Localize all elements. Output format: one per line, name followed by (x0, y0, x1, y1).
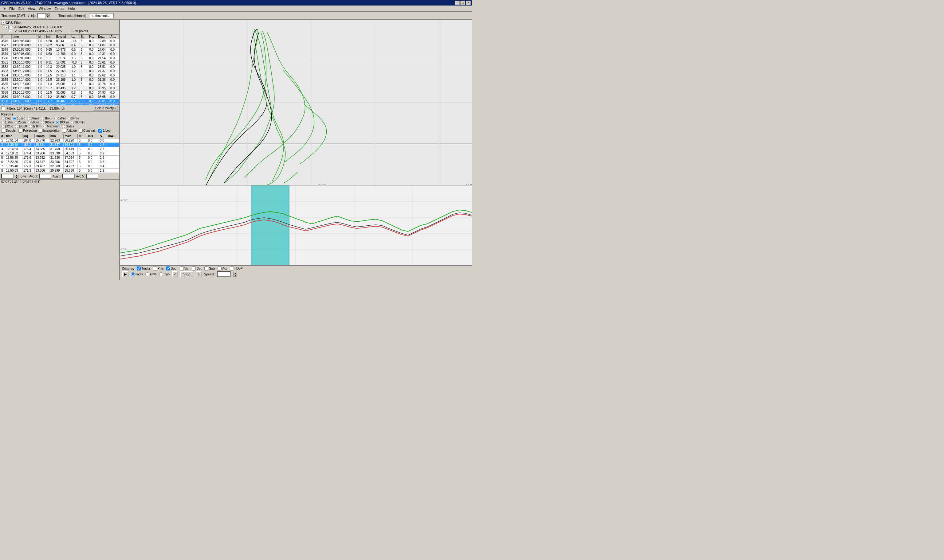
check-1leg[interactable]: 1/Leg (98, 129, 111, 132)
check-sats[interactable]: Sats (204, 266, 215, 271)
table-row[interactable]: 3578 13:30:07.000 1.0 5.65 10.978 0.6 5 … (0, 48, 119, 52)
maximize-button[interactable]: □ (460, 1, 465, 5)
check-acc[interactable]: Acc (217, 266, 227, 271)
menu-file[interactable]: File (8, 6, 17, 11)
list-item[interactable]: 8 12:50:03 171.3 33.306 29.999 35.568 5 … (0, 169, 119, 173)
menu-view[interactable]: View (26, 6, 37, 11)
status-bar: 57°25'27.36" 012°07'14.41'E (0, 179, 119, 184)
menu-help[interactable]: Help (66, 6, 77, 11)
list-item[interactable]: 6 13:22:36 172.9 33.617 33.206 34.397 5 … (0, 160, 119, 164)
filters-checkbox[interactable] (1, 106, 5, 110)
rows-down[interactable]: ▼ (15, 176, 19, 179)
radio-1000m[interactable]: 1000m (56, 121, 69, 124)
rows-up[interactable]: ▲ (15, 174, 19, 176)
check-hdop[interactable]: HDoP (230, 266, 243, 271)
data-table-body: 3576 13:30:05.000 1.0 4.60 8.943 -1.4 5 … (0, 39, 119, 105)
check-constrain[interactable]: Constrain (79, 129, 97, 132)
speed-up[interactable]: ▲ (233, 272, 237, 274)
check-interpolation[interactable]: Interpolation (39, 129, 60, 132)
close-button[interactable]: ✕ (466, 1, 471, 5)
speed-value[interactable]: 0.10s (217, 271, 231, 277)
forward-button[interactable]: > (196, 271, 201, 277)
menu-window[interactable]: Window (37, 6, 52, 11)
table-row[interactable]: 3583 13:30:12.000 1.0 11.5 22.269 1.2 5 … (0, 69, 119, 73)
radio-2sec[interactable]: 2sec (1, 117, 11, 120)
tree-file: ✓ 📄 2024-08-25, VERTIX 3.0508.0.fit (1, 25, 118, 29)
list-item[interactable]: 7 13:35:48 172.3 33.487 32.668 34.292 5 … (0, 164, 119, 169)
knots-radio[interactable]: knots (131, 272, 143, 276)
list-item[interactable]: 4 12:19:32 174.4 33.906 33.098 34.563 5 … (0, 151, 119, 155)
table-row[interactable]: 3582 13:30:11.000 1.0 10.3 20.025 1.0 5 … (0, 65, 119, 69)
minimize-button[interactable]: − (455, 1, 460, 5)
col-id: # (0, 35, 12, 39)
avg5-value[interactable]: 34.748 (86, 174, 98, 179)
check-tracks[interactable]: Tracks (137, 266, 151, 271)
list-item[interactable]: 2 13:30:28 183.2 35.621 31.537 39.801 5 … (0, 143, 119, 147)
radio-360min[interactable]: 360min (71, 121, 85, 124)
menu-edit[interactable]: Edit (17, 6, 26, 11)
rows-input[interactable]: 60 (1, 174, 14, 179)
table-row[interactable]: 3577 13:30:06.000 1.0 5.02 9.766 0.4 5 0… (0, 43, 119, 48)
list-item[interactable]: 5 13:56:35 173.6 33.752 31.338 37.054 5 … (0, 155, 119, 160)
table-row[interactable]: 3576 13:30:05.000 1.0 4.60 8.943 -1.4 5 … (0, 39, 119, 43)
table-row[interactable]: 3584 13:30:13.000 1.0 12.5 24.313 1.1 5 … (0, 73, 119, 78)
session-checkbox[interactable]: ✓ (9, 29, 12, 33)
play-button[interactable]: ▶ (122, 271, 128, 277)
col-H: H... (88, 35, 97, 39)
kmh-radio[interactable]: km/h (145, 272, 157, 276)
file-icon: 📄 (9, 26, 13, 29)
table-row[interactable]: 3580 13:30:09.000 1.0 10.1 19.674 3.5 5 … (0, 56, 119, 60)
stop-button[interactable]: Stop (180, 271, 193, 277)
radio-at500[interactable]: @500 (15, 125, 27, 128)
radio-100m[interactable]: 100m (1, 121, 12, 124)
radio-at1km[interactable]: @1km (29, 125, 42, 128)
radio-group-2: 100m 250m 500m 1852m 1000m 360min (1, 121, 118, 124)
check-pnts[interactable]: Pnts (153, 266, 164, 271)
mph-radio[interactable]: mph (159, 272, 170, 276)
radio-maximum[interactable]: Maximum (43, 125, 60, 128)
timezone-down[interactable]: ▼ (46, 15, 50, 18)
check-vic[interactable]: Vic. (180, 266, 190, 271)
delete-points-button[interactable]: Delete Point(s) (93, 106, 118, 111)
display-label: Display (122, 267, 134, 271)
res-col-time: time (5, 134, 22, 138)
radio-500m[interactable]: 500m (28, 121, 39, 124)
back-button[interactable]: < (172, 271, 177, 277)
radio-12hrs[interactable]: 12hrs (54, 117, 66, 120)
results-table-container[interactable]: # time |m| |knots| min max m... mH... S.… (0, 134, 119, 173)
radio-1852m[interactable]: 1852m (41, 121, 54, 124)
radio-gates[interactable]: Gates (62, 125, 74, 128)
table-row[interactable]: 3586 13:30:15.000 1.0 14.4 28.081 1.0 5 … (0, 82, 119, 86)
file-checkbox[interactable]: ✓ (5, 25, 9, 29)
timezone-up[interactable]: ▲ (46, 13, 50, 15)
radio-at250[interactable]: @250 (1, 125, 13, 128)
gps-files-checkbox[interactable]: ✓ (1, 21, 5, 25)
check-altitude[interactable]: Altitude (62, 129, 77, 132)
avg2-value[interactable]: 35.698 (39, 174, 51, 179)
check-doppler[interactable]: Doppler (1, 129, 17, 132)
check-projection[interactable]: Projection (19, 129, 37, 132)
menu-extras[interactable]: Extras (52, 6, 66, 11)
avg3-value[interactable]: 35.361 (62, 174, 75, 179)
map-area[interactable]: 17.0+ 17.0+ (120, 20, 472, 185)
table-row[interactable]: 3587 13:30:16.000 1.0 15.7 30.435 1.2 5 … (0, 86, 119, 91)
speed-down[interactable]: ▼ (233, 274, 237, 277)
table-row[interactable]: 3589 13:30:18.000 1.0 17.2 33.390 0.7 5 … (0, 95, 119, 99)
table-row[interactable]: 3590 13:30:19.000 1.0 17.7 34.487 0.6 5 … (0, 99, 119, 103)
check-dop[interactable]: Dop. (166, 266, 177, 271)
timezone-input[interactable]: 0 (37, 13, 46, 18)
table-row[interactable]: 3588 13:30:17.000 1.0 16.5 32.083 0.8 5 … (0, 91, 119, 95)
table-row[interactable]: 3581 13:30:10.000 1.0 9.31 18.091 -0.8 5… (0, 60, 119, 65)
list-item[interactable]: 3 12:14:53 178.4 34.685 31.769 36.449 5 … (0, 147, 119, 151)
radio-30min[interactable]: 30min (27, 117, 39, 120)
radio-1hour[interactable]: 1hour (41, 117, 52, 120)
check-ovl[interactable]: Ovl. (192, 266, 202, 271)
table-row[interactable]: 3579 13:30:08.000 1.0 6.58 12.783 0.9 5 … (0, 52, 119, 56)
radio-10sec[interactable]: 10sec (13, 117, 25, 120)
table-row[interactable]: 3585 13:30:14.000 1.0 13.5 26.189 1.0 5 … (0, 78, 119, 82)
list-item[interactable]: 1 13:51:54 184.0 35.776 32.763 38.290 5 … (0, 138, 119, 143)
radio-250m[interactable]: 250m (14, 121, 26, 124)
radio-24hrs[interactable]: 24hrs (68, 117, 79, 120)
data-table-container[interactable]: # time |s| |m| |knots| |... S... H... Do… (0, 34, 119, 105)
graph-area[interactable]: 17.0+ 17.0+ (120, 185, 472, 265)
